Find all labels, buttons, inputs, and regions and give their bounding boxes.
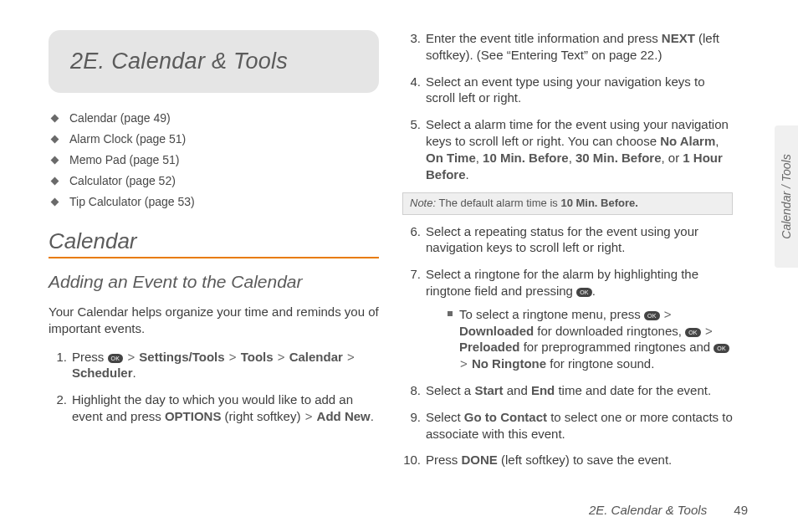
text: Select a ringtone for the alarm by highl…	[426, 267, 698, 298]
note-text: The default alarm time is	[436, 197, 560, 209]
gt-icon: >	[277, 350, 286, 364]
step-6: Select a repeating status for the event …	[402, 223, 733, 257]
toc-label: Memo Pad (page 51)	[69, 153, 180, 166]
toc-item: Memo Pad (page 51)	[52, 153, 379, 166]
bold-text: Tools	[241, 350, 274, 364]
text: time and date for the event.	[555, 383, 711, 397]
gt-icon: >	[126, 350, 136, 364]
step-7-sub: To select a ringtone menu, press OK > Do…	[426, 306, 733, 372]
text: .	[371, 409, 374, 423]
bold-text: Scheduler	[72, 366, 133, 380]
toc-item: Alarm Clock (page 51)	[52, 132, 379, 146]
step-3: Enter the event title information and pr…	[402, 30, 733, 64]
text: .	[133, 366, 136, 380]
toc-item: Calculator (page 52)	[52, 174, 379, 187]
text: Select	[426, 410, 464, 424]
diamond-icon	[51, 156, 59, 164]
page-footer: 2E. Calendar & Tools 49	[589, 503, 748, 517]
ok-key-icon: OK	[714, 344, 729, 353]
bold-text: DONE	[462, 453, 498, 467]
side-tab-label: Calendar / Tools	[780, 154, 793, 238]
right-column: Enter the event title information and pr…	[399, 30, 758, 525]
text: Press	[426, 453, 462, 467]
table-of-contents: Calendar (page 49) Alarm Clock (page 51)…	[52, 111, 379, 208]
diamond-icon	[51, 176, 59, 185]
step-8: Select a Start and End time and date for…	[402, 382, 733, 399]
diamond-icon	[51, 114, 59, 122]
bold-text: 10 Min. Before.	[560, 197, 637, 209]
toc-item: Calendar (page 49)	[52, 111, 379, 125]
text: and	[504, 383, 531, 397]
bold-text: No Alarm	[660, 134, 715, 148]
step-4: Select an event type using your navigati…	[402, 74, 733, 107]
steps-list-right-2: Select a repeating status for the event …	[402, 223, 733, 469]
text: Enter the event title information and pr…	[426, 31, 662, 45]
bold-text: Calendar	[289, 350, 343, 364]
step-1: Press OK > Settings/Tools > Tools > Cale…	[49, 349, 379, 382]
ok-key-icon: OK	[108, 354, 124, 363]
note-box: Note: The default alarm time is 10 Min. …	[402, 192, 733, 214]
steps-list-right: Enter the event title information and pr…	[402, 30, 733, 182]
text: ,	[569, 151, 575, 165]
bold-text: Add New	[317, 409, 371, 423]
bold-text: OPTIONS	[165, 409, 222, 423]
toc-label: Calculator (page 52)	[69, 174, 176, 187]
ok-key-icon: OK	[576, 288, 592, 297]
toc-item: Tip Calculator (page 53)	[52, 195, 379, 208]
diamond-icon	[51, 197, 59, 206]
text: for preprogrammed ringtones and	[520, 340, 714, 354]
ok-key-icon: OK	[644, 311, 660, 320]
bold-text: Downloaded	[459, 324, 534, 338]
step-2: Highlight the day to which you would lik…	[49, 391, 379, 425]
step-5: Select a alarm time for the event using …	[402, 116, 733, 182]
diamond-icon	[51, 135, 59, 143]
section-heading: Calendar	[49, 228, 379, 258]
gt-icon: >	[663, 307, 673, 321]
bold-text: Preloaded	[459, 340, 520, 354]
chapter-title: 2E. Calendar & Tools	[70, 49, 357, 74]
text: , or	[662, 151, 683, 165]
bold-text: Settings/Tools	[139, 350, 224, 364]
toc-label: Alarm Clock (page 51)	[69, 132, 186, 146]
text: .	[592, 284, 596, 298]
chapter-banner: 2E. Calendar & Tools	[49, 30, 379, 93]
gt-icon: >	[346, 350, 356, 364]
intro-paragraph: Your Calendar helps organize your time a…	[49, 304, 379, 337]
text: for ringtone sound.	[546, 356, 654, 371]
text: for downloaded ringtones,	[534, 324, 685, 338]
footer-title: 2E. Calendar & Tools	[589, 503, 707, 517]
text: .	[466, 167, 469, 182]
text: ,	[476, 151, 483, 165]
gt-icon: >	[704, 324, 714, 338]
gt-icon: >	[228, 350, 238, 364]
gt-icon: >	[459, 356, 468, 371]
side-tab: Calendar / Tools	[775, 125, 798, 268]
gt-icon: >	[304, 409, 314, 423]
step-9: Select Go to Contact to select one or mo…	[402, 409, 733, 442]
step-7: Select a ringtone for the alarm by highl…	[402, 266, 733, 372]
text: Select a	[426, 383, 474, 397]
bold-text: On Time	[426, 151, 476, 165]
bold-text: 30 Min. Before	[575, 151, 662, 165]
text: (left softkey) to save the event.	[498, 453, 672, 467]
footer-page-number: 49	[734, 503, 748, 517]
toc-label: Calendar (page 49)	[69, 111, 171, 125]
steps-list-left: Press OK > Settings/Tools > Tools > Cale…	[49, 349, 379, 425]
toc-label: Tip Calculator (page 53)	[69, 195, 195, 208]
text: Press	[72, 350, 108, 364]
text: ,	[715, 134, 719, 148]
text: (right softkey)	[221, 409, 304, 423]
bold-text: 10 Min. Before	[483, 151, 569, 165]
note-label: Note:	[410, 197, 436, 209]
bold-text: NEXT	[662, 31, 695, 45]
step-10: Press DONE (left softkey) to save the ev…	[402, 452, 733, 468]
bold-text: End	[531, 383, 555, 397]
text: To select a ringtone menu, press	[459, 307, 644, 321]
bold-text: Start	[474, 383, 503, 397]
ok-key-icon: OK	[685, 328, 701, 337]
bold-text: Go to Contact	[464, 410, 547, 424]
left-column: 2E. Calendar & Tools Calendar (page 49) …	[49, 30, 399, 525]
subsection-heading: Adding an Event to the Calendar	[49, 272, 379, 292]
bold-text: No Ringtone	[472, 356, 546, 371]
